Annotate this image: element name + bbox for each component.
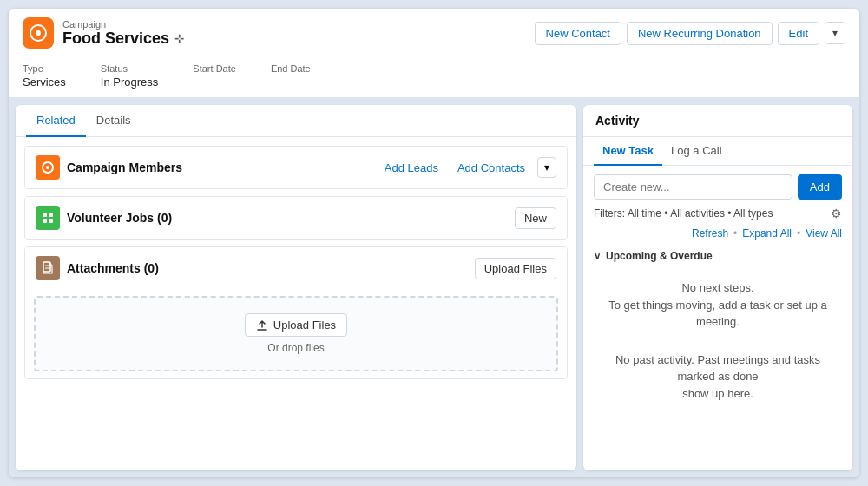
- add-leads-button[interactable]: Add Leads: [378, 158, 445, 178]
- gear-icon[interactable]: ⚙: [831, 207, 842, 220]
- svg-rect-6: [43, 262, 50, 272]
- left-panel: Related Details: [16, 105, 576, 470]
- header-actions: New Contact New Recurring Donation Edit …: [535, 22, 845, 45]
- chevron-down-icon[interactable]: ∨: [594, 251, 601, 262]
- tab-details[interactable]: Details: [86, 105, 141, 137]
- meta-end-date: End Date: [271, 63, 311, 89]
- page-title: Food Services ⊹: [62, 30, 184, 48]
- volunteer-jobs-title: Volunteer Jobs (0): [67, 211, 172, 225]
- campaign-members-title-group: Campaign Members: [36, 155, 182, 180]
- campaign-members-actions: Add Leads Add Contacts ▾: [378, 157, 556, 178]
- volunteer-jobs-header: Volunteer Jobs (0) New: [25, 197, 567, 239]
- create-new-row: Add: [594, 174, 842, 200]
- campaign-members-title: Campaign Members: [67, 161, 182, 174]
- attachments-header: Attachments (0) Upload Files: [25, 247, 567, 289]
- attachments-actions: Upload Files: [475, 258, 556, 279]
- tab-log-call[interactable]: Log a Call: [662, 137, 731, 166]
- refresh-link[interactable]: Refresh: [692, 227, 728, 240]
- panel-content: Campaign Members Add Leads Add Contacts …: [16, 137, 576, 470]
- attachments-section: Attachments (0) Upload Files: [24, 246, 568, 379]
- volunteer-jobs-icon: [36, 206, 60, 230]
- dropzone: Upload Files Or drop files: [34, 296, 558, 371]
- meta-start-date: Start Date: [193, 63, 236, 89]
- header-dropdown-button[interactable]: ▾: [825, 22, 845, 44]
- meta-type: Type Services: [23, 63, 66, 89]
- edit-button[interactable]: Edit: [778, 22, 819, 45]
- network-icon: ⊹: [174, 32, 184, 45]
- new-recurring-donation-button[interactable]: New Recurring Donation: [627, 22, 773, 45]
- upload-icon: [256, 319, 268, 332]
- upload-files-button-header[interactable]: Upload Files: [475, 258, 556, 279]
- app-label: Campaign: [62, 19, 184, 30]
- campaign-members-icon: [36, 155, 60, 180]
- filters-text: Filters: All time • All activities • All…: [594, 207, 773, 220]
- svg-rect-4: [43, 219, 47, 223]
- svg-rect-2: [43, 213, 47, 217]
- create-new-input[interactable]: [594, 174, 792, 200]
- add-contacts-button[interactable]: Add Contacts: [450, 158, 532, 178]
- activity-tabs: New Task Log a Call: [583, 137, 852, 166]
- upcoming-section-header: ∨ Upcoming & Overdue: [594, 246, 842, 266]
- upload-files-button-drop[interactable]: Upload Files: [245, 313, 347, 337]
- svg-point-1: [46, 166, 49, 169]
- volunteer-jobs-actions: New: [515, 207, 556, 229]
- tab-new-task[interactable]: New Task: [594, 137, 662, 166]
- activity-header: Activity: [583, 105, 852, 137]
- add-button[interactable]: Add: [798, 174, 842, 200]
- related-details-tabs: Related Details: [16, 105, 576, 137]
- drop-text: Or drop files: [267, 342, 324, 354]
- volunteer-jobs-title-group: Volunteer Jobs (0): [36, 206, 172, 230]
- campaign-members-header: Campaign Members Add Leads Add Contacts …: [25, 147, 567, 188]
- campaign-members-section: Campaign Members Add Leads Add Contacts …: [24, 146, 568, 189]
- attachments-title-group: Attachments (0): [36, 256, 159, 280]
- svg-rect-5: [49, 219, 53, 223]
- svg-rect-3: [49, 213, 53, 217]
- filters-row: Filters: All time • All activities • All…: [594, 207, 842, 220]
- campaign-members-dropdown[interactable]: ▾: [537, 157, 556, 178]
- volunteer-new-button[interactable]: New: [515, 207, 556, 229]
- meta-row: Type Services Status In Progress Start D…: [9, 56, 859, 98]
- new-contact-button[interactable]: New Contact: [535, 22, 621, 45]
- expand-all-link[interactable]: Expand All: [742, 227, 792, 240]
- empty-steps-text: No next steps. To get things moving, add…: [594, 273, 842, 338]
- activity-panel: Activity New Task Log a Call Add Filters…: [583, 105, 852, 470]
- view-all-link[interactable]: View All: [806, 227, 842, 240]
- activity-body: Add Filters: All time • All activities •…: [583, 166, 852, 470]
- attachments-title: Attachments (0): [67, 261, 159, 275]
- app-icon: [23, 17, 54, 49]
- volunteer-jobs-section: Volunteer Jobs (0) New: [24, 196, 568, 240]
- links-row: Refresh • Expand All • View All: [594, 227, 842, 240]
- past-activity-text: No past activity. Past meetings and task…: [594, 345, 842, 410]
- meta-status: Status In Progress: [101, 63, 158, 89]
- attachments-icon: [36, 256, 60, 280]
- tab-related[interactable]: Related: [26, 105, 86, 137]
